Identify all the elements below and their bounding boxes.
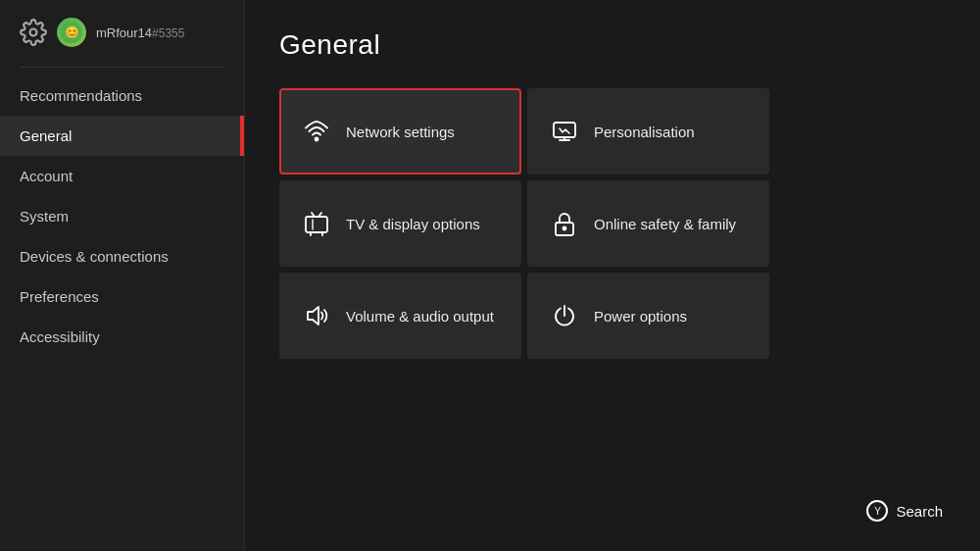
network-settings-label: Network settings xyxy=(346,124,455,140)
lock-icon xyxy=(551,210,578,237)
tv-icon xyxy=(303,210,330,237)
power-options-label: Power options xyxy=(594,308,687,325)
sidebar-item-recommendations[interactable]: Recommendations xyxy=(0,75,244,116)
sidebar: 😊 mRfour14#5355 Recommendations General … xyxy=(0,0,245,551)
sidebar-item-general[interactable]: General xyxy=(0,116,244,156)
svg-point-3 xyxy=(316,138,318,141)
svg-rect-7 xyxy=(306,217,327,232)
options-grid: Network settings Personalisation xyxy=(279,88,769,359)
sidebar-header: 😊 mRfour14#5355 xyxy=(0,0,244,63)
sidebar-item-preferences[interactable]: Preferences xyxy=(0,276,244,317)
online-safety-label: Online safety & family xyxy=(594,216,736,232)
online-safety-tile[interactable]: Online safety & family xyxy=(527,180,769,267)
search-button-symbol: Y xyxy=(866,500,888,522)
display-icon xyxy=(551,118,578,145)
sidebar-item-devices-connections[interactable]: Devices & connections xyxy=(0,236,244,276)
svg-point-0 xyxy=(30,29,37,36)
tv-display-tile[interactable]: TV & display options xyxy=(279,180,521,267)
username: mRfour14 xyxy=(96,25,152,40)
svg-point-14 xyxy=(564,227,566,230)
gear-icon xyxy=(20,19,47,46)
power-icon xyxy=(551,302,578,329)
sidebar-item-accessibility[interactable]: Accessibility xyxy=(0,317,244,357)
username-display: mRfour14#5355 xyxy=(96,24,184,41)
power-options-tile[interactable]: Power options xyxy=(527,273,769,359)
svg-marker-15 xyxy=(308,307,318,325)
personalisation-tile[interactable]: Personalisation xyxy=(527,88,769,175)
search-button[interactable]: Y Search xyxy=(851,492,958,529)
network-settings-tile[interactable]: Network settings xyxy=(279,88,521,175)
volume-audio-tile[interactable]: Volume & audio output xyxy=(279,273,521,359)
volume-audio-label: Volume & audio output xyxy=(346,308,494,325)
sidebar-divider xyxy=(20,67,224,68)
svg-text:😊: 😊 xyxy=(65,25,79,39)
volume-icon xyxy=(303,302,330,329)
main-content: General Network settings xyxy=(245,0,980,551)
personalisation-label: Personalisation xyxy=(594,124,695,140)
page-title: General xyxy=(279,29,946,61)
sidebar-item-account[interactable]: Account xyxy=(0,156,244,196)
sidebar-item-system[interactable]: System xyxy=(0,196,244,236)
search-label: Search xyxy=(896,503,943,520)
username-tag: #5355 xyxy=(152,26,184,40)
avatar: 😊 xyxy=(57,18,86,47)
wifi-icon xyxy=(303,118,330,145)
tv-display-label: TV & display options xyxy=(346,216,480,232)
